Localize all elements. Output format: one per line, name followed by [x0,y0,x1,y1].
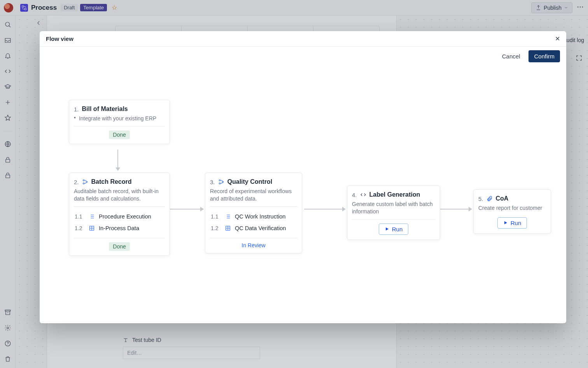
svg-point-15 [83,180,84,181]
svg-point-16 [83,183,84,184]
play-icon [503,220,508,225]
flow-node-coa[interactable]: 5. CoA Create report for customer Run [473,189,551,234]
status-in-review[interactable]: In Review [242,242,265,248]
flow-canvas[interactable]: 1. Bill of Materials • Integrate with yo… [40,65,566,323]
node-desc: Auditable batch record, with built-in da… [74,188,165,202]
confirm-button[interactable]: Confirm [528,50,560,62]
node-title: CoA [496,195,509,202]
modal-actions: Cancel Confirm [40,47,566,65]
list-icon [225,213,231,220]
flow-view-modal: Flow view ✕ Cancel Confirm 1. Bill of Ma… [40,31,566,323]
list-icon [89,213,95,220]
substep[interactable]: 1.2 In-Process Data [74,222,165,234]
svg-point-21 [222,181,223,182]
node-number: 2. [74,179,79,185]
node-number: 3. [210,179,215,185]
node-number: 5. [478,195,483,202]
run-button[interactable]: Run [497,217,527,229]
table-icon [225,225,231,231]
modal-title: Flow view [46,35,74,42]
status-done: Done [109,130,130,139]
node-number: 4. [352,192,357,198]
flow-node-bill-of-materials[interactable]: 1. Bill of Materials • Integrate with yo… [69,100,170,144]
substep[interactable]: 1.2 QC Data Verification [210,222,297,234]
attachment-icon [486,195,493,202]
bullet-icon: • [74,115,76,120]
flow-node-batch-record[interactable]: 2. Batch Record Auditable batch record, … [69,173,170,256]
flow-node-label-generation[interactable]: 4. Label Generation Generate custom labe… [347,185,440,240]
play-icon [385,227,389,231]
cancel-button[interactable]: Cancel [500,53,523,60]
node-title: Label Generation [369,191,420,198]
substep[interactable]: 1.1 Procedure Execution [74,211,165,222]
svg-point-20 [219,183,220,184]
close-icon[interactable]: ✕ [555,35,560,42]
branch-icon [218,179,224,185]
flow-node-quality-control[interactable]: 3. Quality Control Record of experimenta… [205,173,302,254]
node-title: Quality Control [228,178,273,185]
svg-point-19 [219,180,220,181]
node-title: Batch Record [91,178,132,185]
node-number: 1. [74,106,79,113]
status-done: Done [109,242,130,251]
node-desc: Integrate with your existing ERP [79,115,156,122]
code-icon [360,192,366,198]
svg-point-17 [86,181,87,182]
modal-header: Flow view ✕ [40,31,566,47]
node-desc: Create report for customer [478,204,546,212]
node-desc: Record of experimental workflows and att… [210,188,297,202]
substep[interactable]: 1.1 QC Work Instruction [210,211,297,222]
run-button[interactable]: Run [379,224,409,235]
table-icon [89,225,95,231]
node-desc: Generate custom label with batch informa… [352,201,435,215]
branch-icon [82,179,88,185]
node-title: Bill of Materials [82,106,128,113]
